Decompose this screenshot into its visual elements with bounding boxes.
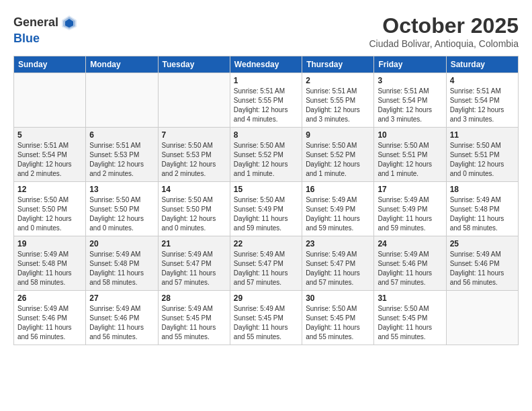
day-number: 30 [306,293,370,303]
day-number: 31 [378,293,442,303]
day-cell: 20Sunrise: 5:49 AM Sunset: 5:48 PM Dayli… [86,236,158,291]
day-cell: 31Sunrise: 5:50 AM Sunset: 5:45 PM Dayli… [374,291,446,345]
col-header-tuesday: Tuesday [158,56,230,73]
day-number: 5 [17,130,82,140]
day-info: Sunrise: 5:51 AM Sunset: 5:53 PM Dayligh… [89,141,154,179]
day-number: 15 [234,185,298,194]
day-number: 18 [450,185,515,194]
day-cell: 10Sunrise: 5:50 AM Sunset: 5:51 PM Dayli… [374,128,446,182]
day-info: Sunrise: 5:51 AM Sunset: 5:54 PM Dayligh… [17,141,82,179]
logo-icon [60,13,79,32]
day-info: Sunrise: 5:50 AM Sunset: 5:49 PM Dayligh… [234,195,298,233]
day-number: 21 [162,239,226,248]
day-cell: 3Sunrise: 5:51 AM Sunset: 5:54 PM Daylig… [374,73,446,128]
day-cell: 21Sunrise: 5:49 AM Sunset: 5:47 PM Dayli… [158,236,230,291]
day-info: Sunrise: 5:50 AM Sunset: 5:53 PM Dayligh… [162,141,226,179]
day-number: 3 [378,76,442,85]
day-info: Sunrise: 5:49 AM Sunset: 5:45 PM Dayligh… [234,304,298,342]
day-number: 8 [234,130,298,140]
day-info: Sunrise: 5:49 AM Sunset: 5:47 PM Dayligh… [234,250,298,287]
day-info: Sunrise: 5:49 AM Sunset: 5:47 PM Dayligh… [162,250,226,287]
day-number: 22 [234,239,298,248]
day-info: Sunrise: 5:49 AM Sunset: 5:49 PM Dayligh… [378,195,442,233]
day-cell: 28Sunrise: 5:49 AM Sunset: 5:45 PM Dayli… [158,291,230,345]
day-number: 28 [162,293,226,303]
col-header-friday: Friday [374,56,446,73]
day-info: Sunrise: 5:50 AM Sunset: 5:52 PM Dayligh… [306,141,370,179]
day-info: Sunrise: 5:49 AM Sunset: 5:46 PM Dayligh… [450,250,515,287]
day-number: 26 [17,293,82,303]
day-number: 2 [306,76,370,85]
day-number: 13 [89,185,154,194]
week-row-5: 26Sunrise: 5:49 AM Sunset: 5:46 PM Dayli… [14,291,519,345]
day-number: 23 [306,239,370,248]
day-number: 9 [306,130,370,140]
day-cell: 24Sunrise: 5:49 AM Sunset: 5:46 PM Dayli… [374,236,446,291]
day-info: Sunrise: 5:49 AM Sunset: 5:46 PM Dayligh… [89,304,154,342]
calendar-table: SundayMondayTuesdayWednesdayThursdayFrid… [13,56,519,345]
week-row-4: 19Sunrise: 5:49 AM Sunset: 5:48 PM Dayli… [14,236,519,291]
day-info: Sunrise: 5:49 AM Sunset: 5:47 PM Dayligh… [306,250,370,287]
day-info: Sunrise: 5:49 AM Sunset: 5:48 PM Dayligh… [450,195,515,233]
day-number: 12 [17,185,82,194]
day-cell [446,291,518,345]
day-number: 10 [378,130,442,140]
day-cell: 12Sunrise: 5:50 AM Sunset: 5:50 PM Dayli… [14,182,86,236]
day-cell: 9Sunrise: 5:50 AM Sunset: 5:52 PM Daylig… [302,128,374,182]
day-info: Sunrise: 5:50 AM Sunset: 5:51 PM Dayligh… [378,141,442,179]
day-cell: 15Sunrise: 5:50 AM Sunset: 5:49 PM Dayli… [230,182,302,236]
month-title: October 2025 [369,13,519,38]
day-cell [158,73,230,128]
day-info: Sunrise: 5:51 AM Sunset: 5:55 PM Dayligh… [306,87,370,124]
day-number: 6 [89,130,154,140]
day-info: Sunrise: 5:50 AM Sunset: 5:50 PM Dayligh… [89,195,154,233]
day-cell: 11Sunrise: 5:50 AM Sunset: 5:51 PM Dayli… [446,128,518,182]
day-info: Sunrise: 5:50 AM Sunset: 5:50 PM Dayligh… [162,195,226,233]
day-number: 4 [450,76,515,85]
day-cell: 5Sunrise: 5:51 AM Sunset: 5:54 PM Daylig… [14,128,86,182]
day-number: 24 [378,239,442,248]
col-header-thursday: Thursday [302,56,374,73]
logo-blue-text: Blue [13,32,40,46]
col-header-monday: Monday [86,56,158,73]
day-cell: 6Sunrise: 5:51 AM Sunset: 5:53 PM Daylig… [86,128,158,182]
day-cell: 7Sunrise: 5:50 AM Sunset: 5:53 PM Daylig… [158,128,230,182]
day-number: 11 [450,130,515,140]
day-number: 17 [378,185,442,194]
day-cell: 29Sunrise: 5:49 AM Sunset: 5:45 PM Dayli… [230,291,302,345]
day-cell [86,73,158,128]
day-cell: 8Sunrise: 5:50 AM Sunset: 5:52 PM Daylig… [230,128,302,182]
day-cell: 30Sunrise: 5:50 AM Sunset: 5:45 PM Dayli… [302,291,374,345]
col-header-wednesday: Wednesday [230,56,302,73]
col-header-saturday: Saturday [446,56,518,73]
logo: General Blue [13,13,79,46]
title-area: October 2025 Ciudad Bolivar, Antioquia, … [369,13,519,49]
logo-general-text: General [13,16,58,30]
day-info: Sunrise: 5:49 AM Sunset: 5:45 PM Dayligh… [162,304,226,342]
day-info: Sunrise: 5:49 AM Sunset: 5:48 PM Dayligh… [17,250,82,287]
header-row: SundayMondayTuesdayWednesdayThursdayFrid… [14,56,519,73]
day-info: Sunrise: 5:49 AM Sunset: 5:49 PM Dayligh… [306,195,370,233]
day-cell: 1Sunrise: 5:51 AM Sunset: 5:55 PM Daylig… [230,73,302,128]
day-number: 27 [89,293,154,303]
day-cell: 4Sunrise: 5:51 AM Sunset: 5:54 PM Daylig… [446,73,518,128]
day-number: 19 [17,239,82,248]
day-cell: 19Sunrise: 5:49 AM Sunset: 5:48 PM Dayli… [14,236,86,291]
day-number: 29 [234,293,298,303]
day-cell: 14Sunrise: 5:50 AM Sunset: 5:50 PM Dayli… [158,182,230,236]
day-info: Sunrise: 5:51 AM Sunset: 5:55 PM Dayligh… [234,87,298,124]
week-row-1: 1Sunrise: 5:51 AM Sunset: 5:55 PM Daylig… [14,73,519,128]
day-cell: 26Sunrise: 5:49 AM Sunset: 5:46 PM Dayli… [14,291,86,345]
subtitle: Ciudad Bolivar, Antioquia, Colombia [369,38,519,49]
day-cell: 22Sunrise: 5:49 AM Sunset: 5:47 PM Dayli… [230,236,302,291]
day-number: 16 [306,185,370,194]
day-number: 7 [162,130,226,140]
day-info: Sunrise: 5:50 AM Sunset: 5:51 PM Dayligh… [450,141,515,179]
day-info: Sunrise: 5:49 AM Sunset: 5:48 PM Dayligh… [89,250,154,287]
day-info: Sunrise: 5:50 AM Sunset: 5:45 PM Dayligh… [306,304,370,342]
day-info: Sunrise: 5:50 AM Sunset: 5:50 PM Dayligh… [17,195,82,233]
week-row-2: 5Sunrise: 5:51 AM Sunset: 5:54 PM Daylig… [14,128,519,182]
day-number: 20 [89,239,154,248]
day-cell: 25Sunrise: 5:49 AM Sunset: 5:46 PM Dayli… [446,236,518,291]
day-cell [14,73,86,128]
